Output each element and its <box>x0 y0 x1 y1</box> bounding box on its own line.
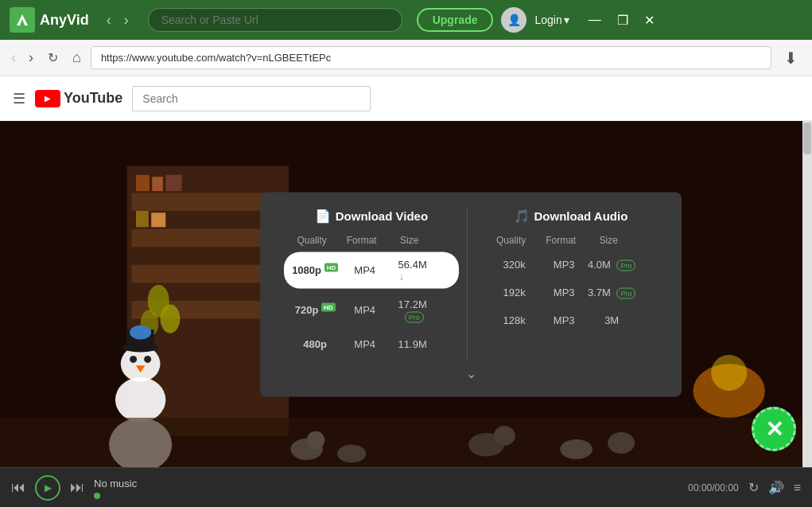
dialog-sections: 📄 Download Video Quality Format Size 108… <box>276 208 666 359</box>
download-arrow-icon: ↓ <box>399 271 404 282</box>
svg-point-19 <box>144 356 151 363</box>
now-playing-label: No music <box>94 478 137 489</box>
video-area: 📄 Download Video Quality Format Size 108… <box>0 121 812 467</box>
youtube-search-input[interactable] <box>132 86 371 111</box>
svg-rect-7 <box>136 175 150 191</box>
download-dialog: 📄 Download Video Quality Format Size 108… <box>260 192 682 396</box>
close-button[interactable]: ✕ <box>639 11 659 29</box>
addr-back-button[interactable]: ‹ <box>8 46 19 69</box>
refresh-button[interactable]: ↻ <box>43 47 63 68</box>
hamburger-icon[interactable]: ☰ <box>13 90 25 107</box>
video-section: 📄 Download Video Quality Format Size 108… <box>276 208 467 359</box>
audio-icon: 🎵 <box>514 208 530 223</box>
close-circle-button[interactable]: ✕ <box>752 407 796 451</box>
forward-button[interactable]: › <box>119 9 134 32</box>
video-icon: 📄 <box>315 208 331 223</box>
window-controls: — ❐ ✕ <box>584 11 659 29</box>
prev-track-button[interactable]: ⏮ <box>11 479 25 496</box>
svg-rect-23 <box>125 344 155 348</box>
svg-point-18 <box>130 356 137 363</box>
svg-point-34 <box>711 355 747 391</box>
scroll-thumb[interactable] <box>803 123 811 154</box>
audio-row-128k[interactable]: 128k MP3 3M <box>484 307 659 332</box>
audio-row-320k[interactable]: 320k MP3 4.0M Pro <box>484 252 659 276</box>
next-track-button[interactable]: ⏭ <box>70 479 84 496</box>
video-col-headers: Quality Format Size <box>284 234 459 245</box>
svg-point-14 <box>160 304 180 333</box>
app-logo-icon <box>10 7 35 33</box>
svg-rect-32 <box>0 418 812 467</box>
play-button[interactable]: ▶ <box>35 475 60 501</box>
address-bar: ‹ › ↻ ⌂ ⬇ <box>0 40 812 76</box>
logo-area: AnyVid <box>10 7 89 33</box>
svg-rect-11 <box>151 213 165 227</box>
title-bar: AnyVid ‹ › Upgrade 👤 Login ▾ — ❐ ✕ <box>0 0 812 40</box>
audio-col-headers: Quality Format Size <box>484 234 659 245</box>
app-name: AnyVid <box>40 12 89 29</box>
search-input[interactable] <box>148 8 402 32</box>
youtube-icon: ▶ <box>35 90 60 107</box>
bottom-player: ⏮ ▶ ⏭ No music 00:00/00:00 ↻ 🔊 ≡ <box>0 467 812 507</box>
play-icon: ▶ <box>45 482 52 493</box>
chevron-down-icon: ▾ <box>564 14 569 26</box>
volume-button[interactable]: 🔊 <box>768 480 784 495</box>
audio-section: 🎵 Download Audio Quality Format Size 320… <box>467 208 666 359</box>
home-button[interactable]: ⌂ <box>69 46 84 69</box>
svg-rect-10 <box>136 211 149 227</box>
svg-point-24 <box>130 325 151 339</box>
addr-forward-button[interactable]: › <box>25 46 37 69</box>
youtube-text: YouTube <box>64 90 122 107</box>
youtube-header: ☰ ▶ YouTube <box>0 76 812 121</box>
svg-rect-8 <box>152 177 163 191</box>
youtube-logo: ▶ YouTube <box>35 90 122 107</box>
progress-indicator <box>94 493 100 499</box>
video-row-1080p[interactable]: 1080p HD MP4 56.4M ↓Pro <box>284 252 459 288</box>
playlist-button[interactable]: ≡ <box>794 481 801 495</box>
svg-marker-0 <box>17 14 28 25</box>
scroll-track[interactable] <box>802 121 812 467</box>
time-display: 00:00/00:00 <box>688 482 738 493</box>
svg-rect-9 <box>165 175 181 191</box>
audio-row-192k[interactable]: 192k MP3 3.7M Pro <box>484 279 659 304</box>
maximize-button[interactable]: ❐ <box>612 11 633 29</box>
minimize-button[interactable]: — <box>584 11 606 29</box>
upgrade-button[interactable]: Upgrade <box>417 8 494 32</box>
video-section-title: 📄 Download Video <box>284 208 459 223</box>
login-button[interactable]: Login ▾ <box>534 14 569 26</box>
url-input[interactable] <box>91 46 771 69</box>
video-row-480p[interactable]: 480p MP4 11.9M <box>284 331 459 356</box>
back-button[interactable]: ‹ <box>102 9 116 32</box>
avatar: 👤 <box>501 7 526 33</box>
close-x-icon: ✕ <box>765 416 783 443</box>
repeat-button[interactable]: ↻ <box>748 480 759 495</box>
player-track-area: No music <box>94 476 678 499</box>
nav-buttons: ‹ › <box>102 9 134 32</box>
download-button[interactable]: ⬇ <box>778 45 804 71</box>
main-area: ☰ ▶ YouTube <box>0 76 812 467</box>
svg-point-16 <box>115 377 165 422</box>
chevron-down-icon[interactable]: ⌄ <box>276 365 666 380</box>
audio-section-title: 🎵 Download Audio <box>484 208 659 223</box>
video-row-720p[interactable]: 720p HD MP4 17.2M Pro <box>284 291 459 328</box>
